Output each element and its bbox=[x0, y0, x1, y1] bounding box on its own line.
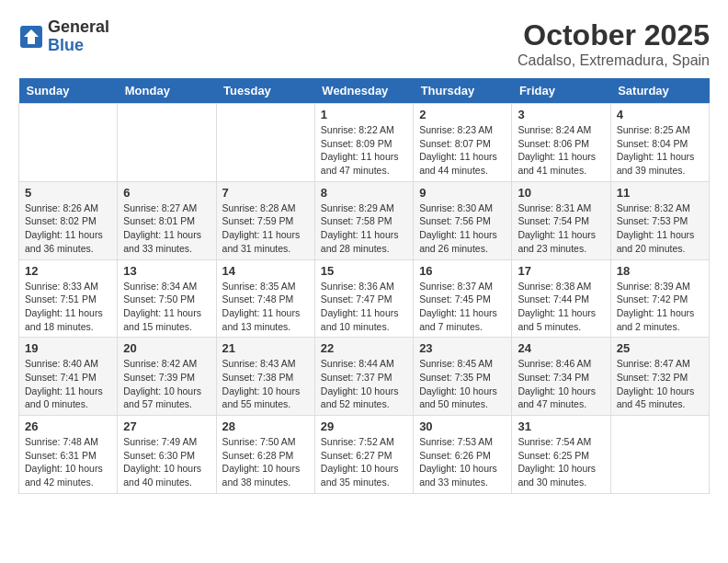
table-row bbox=[19, 104, 118, 182]
calendar-subtitle: Cadalso, Extremadura, Spain bbox=[518, 52, 710, 69]
day-number: 20 bbox=[123, 341, 210, 355]
table-row: 13Sunrise: 8:34 AMSunset: 7:50 PMDayligh… bbox=[118, 259, 216, 338]
logo-blue: Blue bbox=[48, 37, 109, 55]
day-info: Sunrise: 8:35 AMSunset: 7:48 PMDaylight:… bbox=[222, 280, 309, 334]
day-info: Sunrise: 8:26 AMSunset: 8:02 PMDaylight:… bbox=[25, 201, 111, 256]
header-saturday: Saturday bbox=[610, 78, 709, 104]
day-number: 15 bbox=[321, 264, 407, 278]
day-info: Sunrise: 7:54 AMSunset: 6:25 PMDaylight:… bbox=[518, 435, 604, 489]
table-row: 10Sunrise: 8:31 AMSunset: 7:54 PMDayligh… bbox=[512, 181, 610, 259]
table-row: 11Sunrise: 8:32 AMSunset: 7:53 PMDayligh… bbox=[610, 181, 709, 259]
day-number: 30 bbox=[419, 419, 506, 433]
day-number: 2 bbox=[419, 108, 506, 121]
day-info: Sunrise: 8:36 AMSunset: 7:47 PMDaylight:… bbox=[321, 280, 407, 334]
table-row: 21Sunrise: 8:43 AMSunset: 7:38 PMDayligh… bbox=[216, 338, 314, 416]
day-number: 11 bbox=[617, 186, 703, 200]
calendar-week-2: 5Sunrise: 8:26 AMSunset: 8:02 PMDaylight… bbox=[19, 181, 710, 259]
day-info: Sunrise: 8:28 AMSunset: 7:59 PMDaylight:… bbox=[222, 201, 309, 256]
calendar-week-1: 1Sunrise: 8:22 AMSunset: 8:09 PMDaylight… bbox=[19, 104, 710, 182]
calendar-title: October 2025 bbox=[518, 18, 710, 52]
table-row: 31Sunrise: 7:54 AMSunset: 6:25 PMDayligh… bbox=[512, 416, 610, 494]
day-info: Sunrise: 8:45 AMSunset: 7:35 PMDaylight:… bbox=[419, 357, 506, 411]
header-thursday: Thursday bbox=[414, 78, 512, 104]
table-row: 14Sunrise: 8:35 AMSunset: 7:48 PMDayligh… bbox=[216, 259, 314, 338]
logo: General Blue bbox=[18, 18, 109, 55]
day-number: 8 bbox=[321, 186, 407, 200]
table-row bbox=[118, 104, 216, 182]
day-info: Sunrise: 7:48 AMSunset: 6:31 PMDaylight:… bbox=[25, 435, 111, 489]
calendar-table: Sunday Monday Tuesday Wednesday Thursday… bbox=[18, 78, 710, 494]
day-info: Sunrise: 8:37 AMSunset: 7:45 PMDaylight:… bbox=[419, 280, 506, 334]
day-info: Sunrise: 8:31 AMSunset: 7:54 PMDaylight:… bbox=[518, 201, 604, 256]
day-info: Sunrise: 8:38 AMSunset: 7:44 PMDaylight:… bbox=[518, 280, 604, 334]
day-number: 1 bbox=[321, 108, 407, 121]
day-number: 13 bbox=[123, 264, 210, 278]
day-number: 28 bbox=[222, 419, 309, 433]
day-info: Sunrise: 7:52 AMSunset: 6:27 PMDaylight:… bbox=[321, 435, 407, 489]
table-row: 3Sunrise: 8:24 AMSunset: 8:06 PMDaylight… bbox=[512, 104, 610, 182]
calendar-week-5: 26Sunrise: 7:48 AMSunset: 6:31 PMDayligh… bbox=[19, 416, 710, 494]
table-row: 22Sunrise: 8:44 AMSunset: 7:37 PMDayligh… bbox=[314, 338, 413, 416]
table-row: 8Sunrise: 8:29 AMSunset: 7:58 PMDaylight… bbox=[314, 181, 413, 259]
table-row: 18Sunrise: 8:39 AMSunset: 7:42 PMDayligh… bbox=[610, 259, 709, 338]
day-info: Sunrise: 8:40 AMSunset: 7:41 PMDaylight:… bbox=[25, 357, 111, 411]
day-number: 17 bbox=[518, 264, 604, 278]
table-row: 6Sunrise: 8:27 AMSunset: 8:01 PMDaylight… bbox=[118, 181, 216, 259]
table-row: 23Sunrise: 8:45 AMSunset: 7:35 PMDayligh… bbox=[414, 338, 512, 416]
day-info: Sunrise: 8:24 AMSunset: 8:06 PMDaylight:… bbox=[518, 123, 604, 178]
table-row bbox=[610, 416, 709, 494]
logo-text: General Blue bbox=[48, 18, 109, 55]
table-row: 2Sunrise: 8:23 AMSunset: 8:07 PMDaylight… bbox=[414, 104, 512, 182]
table-row: 25Sunrise: 8:47 AMSunset: 7:32 PMDayligh… bbox=[610, 338, 709, 416]
day-number: 21 bbox=[222, 341, 309, 355]
title-area: October 2025 Cadalso, Extremadura, Spain bbox=[518, 18, 710, 69]
header-monday: Monday bbox=[118, 78, 216, 104]
table-row: 9Sunrise: 8:30 AMSunset: 7:56 PMDaylight… bbox=[414, 181, 512, 259]
day-info: Sunrise: 8:34 AMSunset: 7:50 PMDaylight:… bbox=[123, 280, 210, 334]
table-row: 1Sunrise: 8:22 AMSunset: 8:09 PMDaylight… bbox=[314, 104, 413, 182]
day-number: 26 bbox=[25, 419, 111, 433]
calendar-week-4: 19Sunrise: 8:40 AMSunset: 7:41 PMDayligh… bbox=[19, 338, 710, 416]
day-number: 7 bbox=[222, 186, 309, 200]
table-row: 17Sunrise: 8:38 AMSunset: 7:44 PMDayligh… bbox=[512, 259, 610, 338]
day-number: 4 bbox=[617, 108, 703, 121]
day-info: Sunrise: 8:23 AMSunset: 8:07 PMDaylight:… bbox=[419, 123, 506, 178]
day-info: Sunrise: 8:47 AMSunset: 7:32 PMDaylight:… bbox=[617, 357, 703, 411]
day-info: Sunrise: 8:44 AMSunset: 7:37 PMDaylight:… bbox=[321, 357, 407, 411]
day-info: Sunrise: 7:50 AMSunset: 6:28 PMDaylight:… bbox=[222, 435, 309, 489]
day-number: 9 bbox=[419, 186, 506, 200]
day-info: Sunrise: 8:33 AMSunset: 7:51 PMDaylight:… bbox=[25, 280, 111, 334]
day-number: 12 bbox=[25, 264, 111, 278]
table-row: 12Sunrise: 8:33 AMSunset: 7:51 PMDayligh… bbox=[19, 259, 118, 338]
day-info: Sunrise: 8:25 AMSunset: 8:04 PMDaylight:… bbox=[617, 123, 703, 178]
weekday-header-row: Sunday Monday Tuesday Wednesday Thursday… bbox=[19, 78, 710, 104]
day-number: 19 bbox=[25, 341, 111, 355]
table-row: 4Sunrise: 8:25 AMSunset: 8:04 PMDaylight… bbox=[610, 104, 709, 182]
table-row: 24Sunrise: 8:46 AMSunset: 7:34 PMDayligh… bbox=[512, 338, 610, 416]
day-info: Sunrise: 8:30 AMSunset: 7:56 PMDaylight:… bbox=[419, 201, 506, 256]
header-wednesday: Wednesday bbox=[314, 78, 413, 104]
day-number: 5 bbox=[25, 186, 111, 200]
day-number: 18 bbox=[617, 264, 703, 278]
calendar-week-3: 12Sunrise: 8:33 AMSunset: 7:51 PMDayligh… bbox=[19, 259, 710, 338]
header: General Blue October 2025 Cadalso, Extre… bbox=[18, 18, 710, 69]
header-sunday: Sunday bbox=[19, 78, 118, 104]
logo-icon bbox=[18, 24, 44, 50]
table-row: 28Sunrise: 7:50 AMSunset: 6:28 PMDayligh… bbox=[216, 416, 314, 494]
day-info: Sunrise: 8:39 AMSunset: 7:42 PMDaylight:… bbox=[617, 280, 703, 334]
day-info: Sunrise: 8:42 AMSunset: 7:39 PMDaylight:… bbox=[123, 357, 210, 411]
day-number: 25 bbox=[617, 341, 703, 355]
day-number: 31 bbox=[518, 419, 604, 433]
header-friday: Friday bbox=[512, 78, 610, 104]
day-info: Sunrise: 8:43 AMSunset: 7:38 PMDaylight:… bbox=[222, 357, 309, 411]
day-number: 29 bbox=[321, 419, 407, 433]
day-info: Sunrise: 8:46 AMSunset: 7:34 PMDaylight:… bbox=[518, 357, 604, 411]
table-row: 5Sunrise: 8:26 AMSunset: 8:02 PMDaylight… bbox=[19, 181, 118, 259]
header-tuesday: Tuesday bbox=[216, 78, 314, 104]
day-number: 3 bbox=[518, 108, 604, 121]
day-number: 16 bbox=[419, 264, 506, 278]
day-number: 24 bbox=[518, 341, 604, 355]
table-row: 26Sunrise: 7:48 AMSunset: 6:31 PMDayligh… bbox=[19, 416, 118, 494]
day-number: 6 bbox=[123, 186, 210, 200]
table-row: 19Sunrise: 8:40 AMSunset: 7:41 PMDayligh… bbox=[19, 338, 118, 416]
